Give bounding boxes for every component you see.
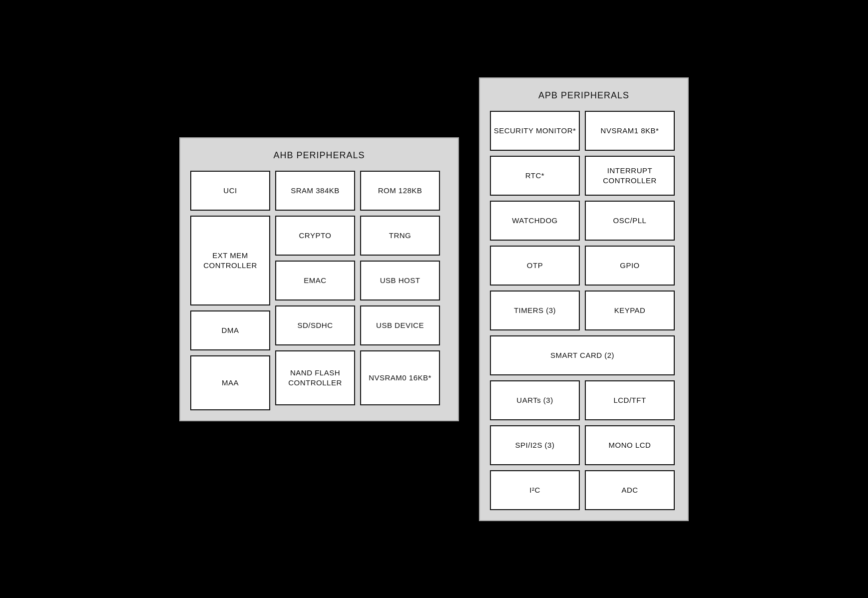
maa-block: MAA [190,355,270,410]
diagram-container: AHB PERIPHERALS UCI EXT MEM CONTROLLER D… [149,47,719,551]
adc-block: ADC [585,470,675,510]
emac-block: EMAC [275,261,355,300]
smart-card-block: SMART CARD (2) [490,335,675,375]
osc-pll-block: OSC/PLL [585,201,675,241]
rom-block: ROM 128KB [360,171,440,211]
ext-mem-block: EXT MEM CONTROLLER [190,216,270,305]
lcd-tft-block: LCD/TFT [585,380,675,420]
timers-block: TIMERS (3) [490,291,580,330]
usb-device-block: USB DEVICE [360,305,440,345]
ahb-row2: CRYPTO TRNG [275,216,440,256]
ahb-content: UCI EXT MEM CONTROLLER DMA MAA SRAM 384K… [190,171,448,410]
nand-flash-block: NAND FLASH CONTROLLER [275,350,355,405]
ahb-row4: SD/SDHC USB DEVICE [275,305,440,345]
security-monitor-block: SECURITY MONITOR* [490,111,580,151]
apb-grid: SECURITY MONITOR* NVSRAM1 8KB* RTC* INTE… [490,111,678,510]
sd-sdhc-block: SD/SDHC [275,305,355,345]
ahb-col23: SRAM 384KB ROM 128KB CRYPTO TRNG EMAC US… [275,171,440,410]
uci-block: UCI [190,171,270,211]
ahb-panel: AHB PERIPHERALS UCI EXT MEM CONTROLLER D… [179,137,459,421]
ahb-row1: SRAM 384KB ROM 128KB [275,171,440,211]
ahb-row3: EMAC USB HOST [275,261,440,300]
ahb-col1: UCI EXT MEM CONTROLLER DMA MAA [190,171,270,410]
usb-host-block: USB HOST [360,261,440,300]
watchdog-block: WATCHDOG [490,201,580,241]
crypto-block: CRYPTO [275,216,355,256]
dma-block: DMA [190,310,270,350]
interrupt-controller-block: INTERRUPT CONTROLLER [585,156,675,196]
apb-panel: APB PERIPHERALS SECURITY MONITOR* NVSRAM… [479,77,689,521]
ahb-title: AHB PERIPHERALS [190,150,448,161]
ahb-row5: NAND FLASH CONTROLLER NVSRAM0 16KB* [275,350,440,405]
trng-block: TRNG [360,216,440,256]
i2c-block: I²C [490,470,580,510]
uarts-block: UARTs (3) [490,380,580,420]
apb-title: APB PERIPHERALS [490,90,678,101]
sram-block: SRAM 384KB [275,171,355,211]
spi-i2s-block: SPI/I2S (3) [490,425,580,465]
mono-lcd-block: MONO LCD [585,425,675,465]
nvsram1-block: NVSRAM1 8KB* [585,111,675,151]
rtc-block: RTC* [490,156,580,196]
otp-block: OTP [490,246,580,286]
keypad-block: KEYPAD [585,291,675,330]
gpio-block: GPIO [585,246,675,286]
nvsram0-block: NVSRAM0 16KB* [360,350,440,405]
